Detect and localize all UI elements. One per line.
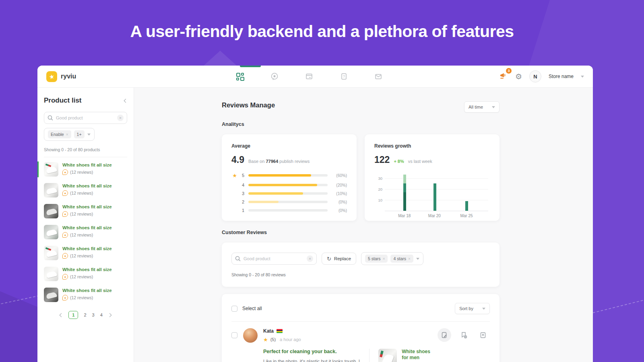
product-thumbnail (44, 288, 58, 302)
product-title: White shoes fit all size (62, 267, 112, 272)
rating-bar-fill (248, 184, 317, 186)
rating-bar-fill (248, 174, 311, 177)
tab-messages[interactable] (374, 72, 383, 81)
replace-label: Replace (334, 256, 351, 261)
reviewer-avatar (243, 328, 258, 343)
review-badge-icon (62, 169, 68, 175)
store-name[interactable]: Store name (549, 74, 574, 79)
filter-chip-5-stars[interactable]: 5 stars (365, 255, 388, 263)
tab-orders[interactable] (304, 72, 314, 81)
y-tick-label: 10 (375, 198, 382, 202)
product-list-item[interactable]: White shoes fit all size (12 reviews) (44, 284, 127, 305)
growth-count: 122 (374, 154, 390, 165)
edit-note-button[interactable] (438, 328, 451, 342)
product-title: White shoes fit all size (62, 162, 112, 168)
select-all[interactable]: Select all (231, 306, 262, 312)
star-filter-group[interactable]: 5 stars 4 stars (361, 252, 423, 265)
review-badge-icon (62, 190, 68, 196)
bar-segment (403, 183, 406, 192)
filter-chip-rating[interactable]: 1+ (74, 130, 85, 138)
remove-chip-icon[interactable] (383, 257, 385, 261)
product-list-item[interactable]: White shoes fit all size (12 reviews) (44, 201, 127, 222)
growth-delta: + 8% (394, 159, 404, 164)
reviews-showing-count: Showing 0 - 20 of 80 reviews (231, 272, 490, 277)
select-all-label: Select all (242, 306, 262, 311)
review-checkbox[interactable] (231, 332, 237, 338)
card-title: Average (231, 143, 347, 149)
chevron-down-icon[interactable] (581, 76, 584, 78)
chip-label: 1+ (77, 132, 82, 137)
product-filters[interactable]: Enable 1+ (44, 128, 95, 141)
push-review-button[interactable] (457, 328, 471, 342)
product-list-item[interactable]: White shoes fit all size (12 reviews) (44, 222, 127, 243)
prev-page-icon[interactable] (60, 313, 64, 317)
pagination: 1 2 3 4 (44, 311, 127, 319)
tab-reviews[interactable] (270, 72, 279, 81)
search-icon (235, 256, 241, 261)
product-list-item[interactable]: White shoes fit all size (12 reviews) (44, 263, 127, 284)
collapse-sidebar-icon[interactable] (124, 99, 128, 103)
refresh-icon (327, 256, 331, 262)
bar-segment (403, 192, 406, 211)
clear-search-icon[interactable] (117, 115, 124, 121)
product-review-count: (12 reviews) (70, 170, 93, 175)
review-body: Like in the photo, it's plastic but it l… (263, 358, 360, 362)
app-body: Product list Enable 1+ S (37, 88, 593, 362)
review-time: a hour ago (280, 337, 301, 342)
reviews-search-input[interactable] (244, 256, 304, 261)
review-list-card: Select all Sort by Kata (222, 294, 500, 362)
product-name: White shoes for men (402, 349, 432, 361)
select-all-checkbox[interactable] (231, 306, 237, 312)
filter-chip-4-stars[interactable]: 4 stars (390, 255, 413, 263)
rating-row-4: 4 (20%) (231, 183, 347, 187)
dashboard-grid-icon (235, 72, 244, 81)
gridline-10: 10 (385, 200, 488, 200)
page-1[interactable]: 1 (68, 311, 78, 319)
product-list-item[interactable]: White shoes fit all size (12 reviews) (44, 180, 127, 201)
delete-review-button[interactable] (476, 328, 490, 342)
chip-label: 4 stars (393, 256, 406, 261)
chevron-down-icon[interactable] (87, 134, 91, 136)
time-filter-dropdown[interactable]: All time (464, 101, 500, 113)
search-icon (47, 115, 53, 121)
remove-chip-icon[interactable] (66, 132, 68, 137)
product-list-item[interactable]: White shoes fit all size (12 reviews) (44, 159, 127, 180)
reviews-search[interactable] (231, 253, 317, 265)
tab-dashboard[interactable] (235, 72, 245, 81)
page-2[interactable]: 2 (84, 313, 86, 317)
product-list-item[interactable]: White shoes fit all size (12 reviews) (44, 243, 127, 263)
page-3[interactable]: 3 (92, 313, 95, 317)
chevron-down-icon[interactable] (416, 258, 419, 260)
clear-search-icon[interactable] (307, 255, 313, 262)
x-tick-label: Mar 18 (398, 214, 411, 218)
reviewed-product[interactable]: White shoes for men (33 reviews) (378, 349, 432, 362)
sort-by-dropdown[interactable]: Sort by (455, 303, 490, 314)
star-icon (263, 336, 268, 343)
customer-reviews-label: Customer Reviews (222, 230, 500, 235)
mauritius-flag-icon (277, 329, 283, 333)
sidebar-title: Product list (44, 97, 82, 105)
active-tab-indicator (240, 66, 261, 67)
nav-tabs: ? (235, 72, 383, 81)
product-thumbnail (44, 162, 58, 177)
product-list-sidebar: Product list Enable 1+ S (37, 88, 134, 362)
replace-button[interactable]: Replace (322, 253, 356, 265)
next-page-icon[interactable] (107, 313, 111, 317)
gear-icon[interactable] (515, 72, 522, 81)
rating-percent: (60%) (331, 173, 347, 178)
product-search-input[interactable] (56, 115, 114, 120)
nav-right: 3 N Store name (471, 70, 584, 82)
avatar[interactable]: N (529, 70, 541, 82)
rating-percent: (0%) (331, 208, 347, 213)
whats-new-button[interactable]: 3 (498, 71, 508, 82)
product-search[interactable] (44, 112, 127, 124)
growth-bar-chart: 30 20 10 (385, 171, 488, 211)
product-review-count: (12 reviews) (70, 212, 93, 216)
tab-help[interactable]: ? (339, 72, 349, 81)
filter-chip-enable[interactable]: Enable (48, 130, 71, 138)
page-4[interactable]: 4 (100, 313, 103, 317)
remove-chip-icon[interactable] (408, 257, 411, 261)
analytics-label: Analitycs (222, 121, 500, 127)
products-showing-count: Showing 0 - 20 of 80 products (44, 147, 127, 152)
review-badge-icon (62, 232, 68, 238)
